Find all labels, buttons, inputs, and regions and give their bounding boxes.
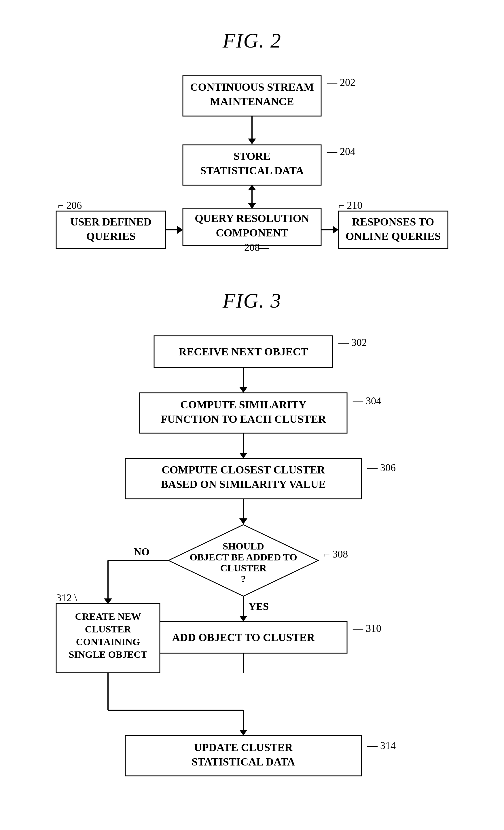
- svg-text:SHOULD: SHOULD: [223, 541, 264, 551]
- svg-text:— 306: — 306: [367, 462, 396, 474]
- svg-text:COMPONENT: COMPONENT: [216, 227, 288, 239]
- svg-text:⌐ 206: ⌐ 206: [58, 199, 82, 211]
- node-206: ⌐ 206 USER DEFINED QUERIES ⌐ 206: [56, 199, 166, 249]
- node-302: RECEIVE NEXT OBJECT — 302: [154, 336, 367, 368]
- node-306: COMPUTE CLOSEST CLUSTER BASED ON SIMILAR…: [125, 458, 396, 499]
- svg-text:— 304: — 304: [352, 395, 381, 407]
- node-204: STORE STATISTICAL DATA — 204: [183, 145, 355, 185]
- fig3-diagram: RECEIVE NEXT OBJECT — 302 COMPUTE SIMILA…: [51, 330, 453, 830]
- svg-text:STATISTICAL DATA: STATISTICAL DATA: [200, 164, 304, 177]
- svg-text:BASED ON SIMILARITY VALUE: BASED ON SIMILARITY VALUE: [161, 478, 326, 490]
- svg-text:STORE: STORE: [233, 150, 271, 162]
- svg-text:NO: NO: [134, 546, 150, 557]
- svg-text:SINGLE OBJECT: SINGLE OBJECT: [68, 649, 147, 660]
- svg-text:?: ?: [241, 574, 246, 584]
- svg-text:COMPUTE SIMILARITY: COMPUTE SIMILARITY: [180, 398, 307, 411]
- svg-text:USER DEFINED: USER DEFINED: [70, 216, 152, 228]
- svg-text:CONTAINING: CONTAINING: [76, 636, 140, 647]
- fig2-section: FIG. 2 CONTINUOUS STREAM MAINTENANCE — 2…: [23, 17, 481, 249]
- svg-text:CREATE NEW: CREATE NEW: [75, 611, 141, 622]
- svg-text:CLUSTER: CLUSTER: [85, 624, 131, 634]
- svg-text:— 204: — 204: [326, 146, 355, 157]
- node-208: QUERY RESOLUTION COMPONENT 208: [183, 208, 321, 253]
- svg-text:208: 208: [244, 242, 260, 253]
- svg-text:⌐ 308: ⌐ 308: [324, 548, 348, 560]
- fig3-title: FIG. 3: [223, 289, 281, 313]
- svg-text:OBJECT BE ADDED TO: OBJECT BE ADDED TO: [189, 552, 297, 563]
- svg-marker-73: [239, 730, 247, 736]
- svg-text:QUERIES: QUERIES: [86, 230, 135, 242]
- svg-marker-41: [239, 453, 247, 458]
- svg-marker-55: [239, 616, 247, 621]
- fig3-section: FIG. 3 RECEIVE NEXT OBJECT — 302 COMPUTE…: [23, 272, 481, 830]
- svg-text:— 302: — 302: [338, 337, 367, 348]
- svg-text:⌐ 210: ⌐ 210: [338, 199, 362, 211]
- node-202: CONTINUOUS STREAM MAINTENANCE — 202: [183, 76, 355, 116]
- svg-text:COMPUTE CLOSEST CLUSTER: COMPUTE CLOSEST CLUSTER: [162, 464, 325, 476]
- svg-marker-30: [333, 226, 338, 234]
- svg-text:UPDATE CLUSTER: UPDATE CLUSTER: [194, 741, 293, 754]
- fig2-title: FIG. 2: [223, 29, 281, 53]
- svg-text:ONLINE QUERIES: ONLINE QUERIES: [346, 230, 441, 242]
- svg-text:FUNCTION TO EACH CLUSTER: FUNCTION TO EACH CLUSTER: [161, 413, 326, 425]
- svg-text:MAINTENANCE: MAINTENANCE: [210, 95, 294, 107]
- node-314: UPDATE CLUSTER STATISTICAL DATA — 314: [125, 736, 396, 776]
- node-210: RESPONSES TO ONLINE QUERIES ⌐ 210: [338, 199, 448, 249]
- node-308: SHOULD OBJECT BE ADDED TO CLUSTER ? ⌐ 30…: [168, 525, 348, 596]
- node-310: ADD OBJECT TO CLUSTER — 310: [140, 621, 381, 653]
- svg-text:RESPONSES TO: RESPONSES TO: [352, 216, 434, 228]
- svg-text:YES: YES: [249, 601, 269, 612]
- page: FIG. 2 CONTINUOUS STREAM MAINTENANCE — 2…: [0, 0, 504, 830]
- svg-text:312 \: 312 \: [56, 592, 77, 604]
- svg-text:ADD OBJECT TO CLUSTER: ADD OBJECT TO CLUSTER: [172, 631, 315, 643]
- svg-text:— 202: — 202: [326, 76, 355, 88]
- node-304: COMPUTE SIMILARITY FUNCTION TO EACH CLUS…: [140, 393, 381, 433]
- svg-text:RECEIVE NEXT OBJECT: RECEIVE NEXT OBJECT: [179, 346, 308, 358]
- svg-text:CONTINUOUS STREAM: CONTINUOUS STREAM: [190, 81, 314, 93]
- svg-text:— 310: — 310: [352, 622, 381, 634]
- svg-text:— 314: — 314: [367, 740, 396, 752]
- fig2-diagram: CONTINUOUS STREAM MAINTENANCE — 202 STOR…: [51, 70, 453, 249]
- svg-text:STATISTICAL DATA: STATISTICAL DATA: [191, 756, 295, 768]
- svg-marker-47: [239, 518, 247, 524]
- svg-marker-35: [239, 387, 247, 393]
- svg-marker-5: [248, 138, 256, 144]
- svg-text:QUERY RESOLUTION: QUERY RESOLUTION: [195, 212, 309, 224]
- svg-text:CLUSTER: CLUSTER: [220, 563, 267, 573]
- svg-marker-24: [177, 226, 183, 234]
